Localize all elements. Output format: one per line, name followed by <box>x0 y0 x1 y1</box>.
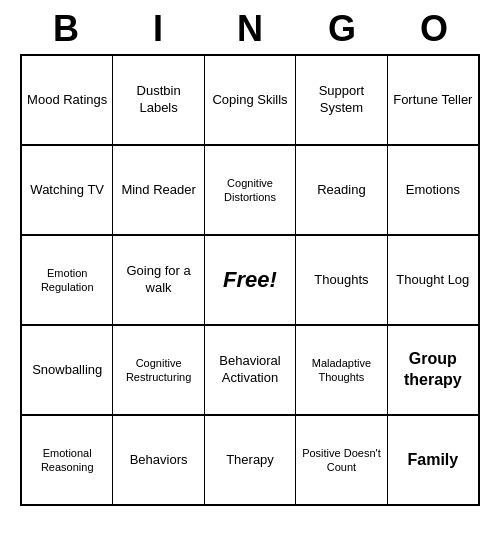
bingo-cell: Reading <box>296 146 387 234</box>
bingo-cell: Support System <box>296 56 387 144</box>
bingo-row: Emotional ReasoningBehaviorsTherapyPosit… <box>22 416 478 504</box>
bingo-cell: Thought Log <box>388 236 478 324</box>
bingo-cell: Family <box>388 416 478 504</box>
bingo-cell: Group therapy <box>388 326 478 414</box>
bingo-cell: Free! <box>205 236 296 324</box>
bingo-row: SnowballingCognitive RestructuringBehavi… <box>22 326 478 416</box>
bingo-cell: Emotions <box>388 146 478 234</box>
bingo-cell: Fortune Teller <box>388 56 478 144</box>
bingo-row: Mood RatingsDustbin LabelsCoping SkillsS… <box>22 56 478 146</box>
title-n: N <box>220 8 280 50</box>
bingo-grid: Mood RatingsDustbin LabelsCoping SkillsS… <box>20 54 480 506</box>
bingo-cell: Mood Ratings <box>22 56 113 144</box>
bingo-cell: Cognitive Restructuring <box>113 326 204 414</box>
bingo-cell: Thoughts <box>296 236 387 324</box>
bingo-cell: Maladaptive Thoughts <box>296 326 387 414</box>
title-b: B <box>36 8 96 50</box>
bingo-cell: Dustbin Labels <box>113 56 204 144</box>
title-o: O <box>404 8 464 50</box>
bingo-cell: Snowballing <box>22 326 113 414</box>
bingo-title: B I N G O <box>20 0 480 54</box>
bingo-row: Watching TVMind ReaderCognitive Distorti… <box>22 146 478 236</box>
bingo-cell: Behavioral Activation <box>205 326 296 414</box>
bingo-cell: Watching TV <box>22 146 113 234</box>
bingo-cell: Emotion Regulation <box>22 236 113 324</box>
bingo-cell: Emotional Reasoning <box>22 416 113 504</box>
bingo-cell: Mind Reader <box>113 146 204 234</box>
bingo-cell: Cognitive Distortions <box>205 146 296 234</box>
bingo-cell: Positive Doesn't Count <box>296 416 387 504</box>
bingo-cell: Coping Skills <box>205 56 296 144</box>
bingo-cell: Going for a walk <box>113 236 204 324</box>
title-g: G <box>312 8 372 50</box>
bingo-cell: Therapy <box>205 416 296 504</box>
title-i: I <box>128 8 188 50</box>
bingo-row: Emotion RegulationGoing for a walkFree!T… <box>22 236 478 326</box>
bingo-cell: Behaviors <box>113 416 204 504</box>
